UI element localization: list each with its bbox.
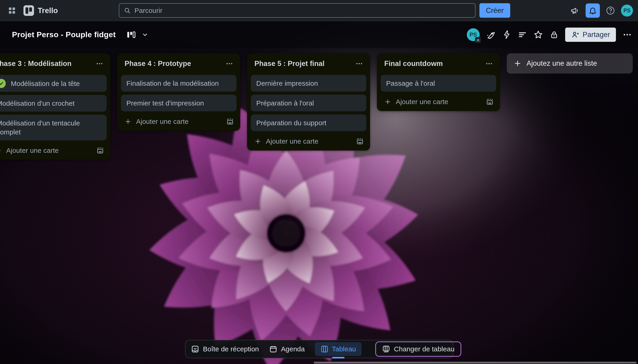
- card-list: Passage à l'oral: [380, 75, 496, 92]
- star-icon: [534, 30, 543, 40]
- card-template-icon: [96, 146, 104, 155]
- tab-board-label: Tableau: [332, 345, 356, 353]
- create-from-template-button[interactable]: [226, 118, 234, 126]
- add-card-button[interactable]: Ajouter une carte: [136, 118, 188, 126]
- help-button[interactable]: [606, 6, 615, 15]
- card-list: Finalisation de la modélisation Premier …: [121, 75, 236, 112]
- trello-logo-icon: [24, 5, 34, 16]
- card[interactable]: Préparation du support: [251, 114, 366, 131]
- switch-board-button[interactable]: Changer de tableau: [375, 342, 461, 357]
- list: Phase 4 : Prototype Finalisation de la m…: [117, 53, 240, 131]
- search-placeholder: Parcourir: [134, 7, 162, 14]
- add-list-button[interactable]: Ajoutez une autre liste: [507, 53, 633, 74]
- chevron-down-icon: [141, 31, 149, 38]
- list-title[interactable]: Phase 5 : Projet final: [254, 60, 324, 68]
- lists: Phase 3 : Modélisation Modélisation de l…: [0, 53, 638, 329]
- notifications-button[interactable]: [586, 4, 600, 18]
- grid-icon: [8, 6, 16, 15]
- filter-button[interactable]: [518, 30, 527, 39]
- tab-agenda[interactable]: Agenda: [269, 345, 305, 353]
- trello-logo-text: Trello: [38, 6, 58, 15]
- share-button[interactable]: Partager: [565, 28, 616, 42]
- ellipsis-icon: [96, 60, 104, 68]
- ellipsis-icon: [485, 60, 493, 68]
- ellipsis-icon: [355, 60, 363, 68]
- star-button[interactable]: [534, 30, 543, 40]
- list-title[interactable]: Phase 4 : Prototype: [124, 60, 191, 68]
- add-list-label: Ajoutez une autre liste: [526, 59, 597, 68]
- switch-board-label: Changer de tableau: [394, 345, 454, 353]
- power-ups-button[interactable]: [486, 30, 496, 40]
- create-from-template-button[interactable]: [356, 137, 364, 146]
- list-header: Phase 3 : Modélisation: [0, 58, 107, 69]
- board-member-avatar[interactable]: PS: [467, 28, 480, 41]
- card-title: Passage à l'oral: [386, 79, 435, 88]
- list: Phase 5 : Projet final Dernière impressi…: [247, 53, 370, 150]
- card-title: Modélisation d'un crochet: [0, 99, 74, 108]
- list-menu-button[interactable]: [94, 58, 105, 69]
- admin-chevrons-icon: [475, 37, 481, 43]
- add-card-button[interactable]: Ajouter une carte: [6, 146, 58, 154]
- card-title: Modélisation de la tête: [11, 79, 80, 88]
- calendar-icon: [269, 345, 278, 353]
- list-menu-button[interactable]: [484, 58, 494, 69]
- search-icon: [124, 7, 131, 14]
- card-title: Préparation à l'oral: [256, 98, 314, 108]
- card[interactable]: Modélisation d'un crochet: [0, 95, 107, 112]
- list-title[interactable]: Phase 3 : Modélisation: [0, 60, 72, 68]
- plus-icon: [0, 147, 2, 154]
- add-card-button[interactable]: Ajouter une carte: [396, 98, 448, 106]
- card-template-icon: [486, 98, 494, 106]
- board-title[interactable]: Projet Perso - Pouple fidget: [12, 30, 116, 39]
- create-from-template-button[interactable]: [486, 98, 494, 106]
- card[interactable]: Préparation à l'oral: [251, 95, 366, 112]
- create-button[interactable]: Créer: [480, 3, 510, 18]
- tab-inbox[interactable]: Boîte de réception: [191, 345, 259, 353]
- visibility-lock-button[interactable]: [550, 30, 559, 39]
- switch-board-icon: [382, 345, 390, 353]
- inbox-icon: [191, 345, 199, 353]
- announcements-button[interactable]: [570, 6, 580, 15]
- app-switcher-button[interactable]: [6, 4, 18, 16]
- user-avatar[interactable]: PS: [621, 4, 633, 16]
- create-from-template-button[interactable]: [96, 146, 104, 155]
- automation-button[interactable]: [502, 30, 511, 39]
- tab-board[interactable]: Tableau: [315, 342, 362, 356]
- add-card-button[interactable]: Ajouter une carte: [266, 138, 318, 145]
- card[interactable]: Dernière impression: [251, 75, 366, 92]
- ellipsis-icon: [226, 60, 233, 68]
- card[interactable]: Premier test d'impression: [121, 95, 236, 112]
- card[interactable]: Finalisation de la modélisation: [121, 75, 236, 92]
- list-title[interactable]: Final countdowm: [384, 60, 443, 68]
- list-menu-button[interactable]: [354, 58, 364, 69]
- list-header: Phase 4 : Prototype: [121, 58, 236, 69]
- card-title: Finalisation de la modélisation: [126, 79, 219, 88]
- share-label: Partager: [582, 30, 610, 39]
- ellipsis-icon: [622, 30, 632, 40]
- board-icon: [320, 345, 329, 353]
- card-template-icon: [226, 118, 234, 126]
- board-menu-button[interactable]: [622, 30, 632, 40]
- list-footer: Ajouter une carte: [0, 144, 107, 156]
- plus-icon: [254, 138, 261, 145]
- card[interactable]: Passage à l'oral: [380, 75, 496, 92]
- tab-agenda-label: Agenda: [281, 345, 305, 353]
- list-header: Final countdowm: [380, 58, 496, 69]
- card-complete-icon[interactable]: [0, 79, 6, 88]
- horizontal-scrollbar-thumb[interactable]: [314, 362, 636, 364]
- trello-app: Trello Parcourir Créer: [0, 0, 638, 364]
- rocket-icon: [486, 30, 496, 40]
- bottom-view-bar: Boîte de réception Agenda Tableau: [185, 340, 453, 358]
- board-view-switcher[interactable]: [127, 30, 149, 39]
- person-plus-icon: [571, 30, 580, 39]
- trello-logo[interactable]: Trello: [24, 5, 58, 16]
- plus-icon: [124, 118, 132, 125]
- card-title: Modélisation d'un tentacule complet: [0, 118, 101, 136]
- list-menu-button[interactable]: [224, 58, 235, 69]
- card[interactable]: Modélisation d'un tentacule complet: [0, 115, 107, 140]
- card[interactable]: Modélisation de la tête: [0, 75, 107, 92]
- filter-icon: [518, 30, 527, 39]
- search-input[interactable]: Parcourir: [119, 3, 476, 18]
- lightning-icon: [502, 30, 511, 39]
- list: Phase 3 : Modélisation Modélisation de l…: [0, 53, 110, 160]
